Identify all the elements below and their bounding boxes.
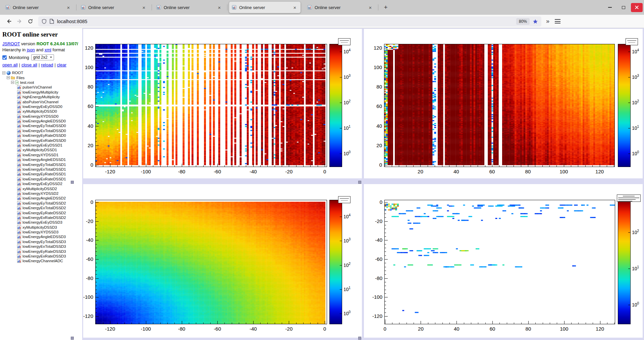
tree-item-lowEnergyExTotalDSSD2[interactable]: lowEnergyExTotalDSSD2 — [2, 206, 81, 210]
tree-item-lowEnergyAngleEDSSD2[interactable]: lowEnergyAngleEDSSD2 — [2, 196, 81, 201]
tree-item-lowEnergyExEyDSSD0[interactable]: lowEnergyExEyDSSD0 — [2, 104, 81, 109]
grid-separator-handle[interactable] — [71, 337, 74, 340]
colorbar-bottom-left[interactable] — [329, 200, 342, 324]
grid-layout-select[interactable]: grid 2x2 — [31, 54, 54, 60]
tree-item-lowEnergyMultiplicity[interactable]: lowEnergyMultiplicity — [2, 90, 81, 95]
tree-item-lowEnergyXYDSSD3[interactable]: lowEnergyXYDSSD3 — [2, 230, 81, 234]
plot-panel-bottom-left[interactable]: -120-100-80-60-40-2000-20-40-60-80-100-1… — [83, 184, 362, 338]
close-all-link[interactable]: close all — [21, 62, 37, 67]
tree-item-lowEnergyXYDSSD0[interactable]: lowEnergyXYDSSD0 — [2, 114, 81, 119]
tree-item-lowEnergyExEyDSSD1[interactable]: lowEnergyExEyDSSD1 — [2, 143, 81, 148]
url-bar[interactable]: localhost:8085 80% — [38, 16, 541, 26]
tree-item-lowEnergyEyTotalDSSD3[interactable]: lowEnergyEyTotalDSSD3 — [2, 239, 81, 244]
tree-root[interactable]: ROOT — [2, 70, 81, 75]
jsroot-link[interactable]: JSROOT — [2, 41, 20, 46]
tab-close-icon[interactable]: × — [292, 5, 298, 10]
tabs-container: Online server×Online server×Online serve… — [0, 0, 380, 15]
tree-item-lowEnergyExTotalDSSD3[interactable]: lowEnergyExTotalDSSD3 — [2, 244, 81, 249]
grid-separator-handle[interactable] — [358, 181, 361, 184]
tree-item-lowEnergyEyTotalDSSD0[interactable]: lowEnergyEyTotalDSSD0 — [2, 123, 81, 128]
tree-item-lowEnergyExRateDSSD3[interactable]: lowEnergyExRateDSSD3 — [2, 254, 81, 259]
url-text[interactable]: localhost:8085 — [57, 19, 513, 24]
minimize-button[interactable] — [604, 3, 616, 12]
tree-item-lowEnergyEyRateDSSD0[interactable]: lowEnergyEyRateDSSD0 — [2, 133, 81, 138]
plot-panel-top-right[interactable]: 2040608010012002040608010012010410310210… — [364, 29, 643, 178]
tree-item-xyMultiplicityDSSD2[interactable]: xyMultiplicityDSSD2 — [2, 186, 81, 191]
collapse-expander-icon[interactable] — [7, 76, 10, 79]
colorbar-top-right[interactable] — [618, 44, 631, 167]
grid-separator-handle[interactable] — [358, 337, 361, 340]
tree-file-testroot[interactable]: test.root — [2, 80, 81, 85]
tree-item-absPulserVsChannel[interactable]: absPulserVsChannel — [2, 99, 81, 104]
json-link[interactable]: json — [27, 47, 35, 52]
tree-item-lowEnergyAngleEDSSD0[interactable]: lowEnergyAngleEDSSD0 — [2, 119, 81, 123]
tree-item-highEnergyMultiplicity[interactable]: highEnergyMultiplicity — [2, 95, 81, 99]
collapse-expander-icon[interactable] — [11, 81, 14, 84]
tree-item-lowEnergyXYDSSD1[interactable]: lowEnergyXYDSSD1 — [2, 153, 81, 157]
open-all-link[interactable]: open all — [2, 62, 18, 67]
tab-close-icon[interactable]: × — [367, 5, 373, 10]
tab-1[interactable]: Online server× — [3, 2, 74, 13]
tree-item-pulserVsChannel[interactable]: pulserVsChannel — [2, 85, 81, 90]
plot-panel-bottom-right[interactable]: 0204060801001200-20-40-60-80-100-1201021… — [364, 184, 643, 338]
tree-item-lowEnergyEyRateDSSD3[interactable]: lowEnergyEyRateDSSD3 — [2, 249, 81, 253]
plot-panel-top-left[interactable]: -120-100-80-60-40-2000204060801001201041… — [83, 29, 362, 178]
tree-item-lowEnergyExRateDSSD0[interactable]: lowEnergyExRateDSSD0 — [2, 138, 81, 143]
toolbar-overflow-button[interactable]: » — [546, 18, 549, 25]
collapse-expander-icon[interactable] — [2, 71, 5, 74]
monitoring-checkbox[interactable] — [2, 55, 7, 60]
mini-stats-box[interactable] — [626, 38, 638, 45]
tree-item-lowEnergyExRateDSSD1[interactable]: lowEnergyExRateDSSD1 — [2, 177, 81, 181]
maximize-button[interactable] — [618, 3, 629, 12]
tab-2[interactable]: Online server× — [78, 2, 150, 13]
tree-item-lowEnergyEyRateDSSD2[interactable]: lowEnergyEyRateDSSD2 — [2, 210, 81, 215]
back-button[interactable] — [3, 16, 14, 26]
colorbar-bottom-right[interactable] — [618, 200, 631, 324]
tree-item-lowEnergyEyTotalDSSD2[interactable]: lowEnergyEyTotalDSSD2 — [2, 201, 81, 206]
tree-item-lowEnergyAngleEDSSD1[interactable]: lowEnergyAngleEDSSD1 — [2, 157, 81, 162]
reload-link[interactable]: reload — [41, 62, 53, 67]
tab-3[interactable]: Online server× — [154, 2, 225, 13]
clear-link[interactable]: clear — [57, 62, 66, 67]
forward-button[interactable] — [14, 16, 25, 26]
tree-item-xyMultiplicityDSSD3[interactable]: xyMultiplicityDSSD3 — [2, 225, 81, 230]
hist2d-bottom-left-canvas[interactable] — [95, 200, 327, 324]
tree-item-lowEnergyEyTotalDSSD1[interactable]: lowEnergyEyTotalDSSD1 — [2, 162, 81, 167]
tab-close-icon[interactable]: × — [141, 5, 147, 10]
grid-separator-handle[interactable] — [71, 181, 74, 184]
stats-box[interactable] — [617, 194, 641, 202]
tree-item-xyMultiplicityDSSD0[interactable]: xyMultiplicityDSSD0 — [2, 109, 81, 114]
tree-item-lowEnergyExEyDSSD2[interactable]: lowEnergyExEyDSSD2 — [2, 181, 81, 186]
tree-item-lowEnergyExTotalDSSD0[interactable]: lowEnergyExTotalDSSD0 — [2, 128, 81, 133]
hist2d-top-right-canvas[interactable] — [384, 44, 615, 167]
zoom-indicator[interactable]: 80% — [516, 18, 530, 25]
tab-4-active[interactable]: Online server× — [229, 2, 301, 13]
colorbar-top-left[interactable] — [329, 44, 342, 167]
tree-item-xyMultiplicityDSSD1[interactable]: xyMultiplicityDSSD1 — [2, 148, 81, 152]
tree-item-lowEnergyEyRateDSSD1[interactable]: lowEnergyEyRateDSSD1 — [2, 172, 81, 176]
page-info-icon[interactable] — [50, 19, 54, 24]
mini-stats-box[interactable] — [338, 38, 351, 45]
hist2d-bottom-right-canvas[interactable] — [384, 200, 615, 324]
hist2d-top-left-canvas[interactable] — [95, 44, 327, 167]
tab-close-icon[interactable]: × — [65, 5, 71, 10]
tab-5[interactable]: Online server× — [305, 2, 376, 13]
tree-item-lowEnergyChannelADC[interactable]: lowEnergyChannelADC — [2, 259, 81, 263]
xml-link[interactable]: xml — [45, 47, 51, 52]
tab-close-icon[interactable]: × — [216, 5, 222, 10]
mini-stats-box[interactable] — [338, 196, 351, 203]
close-button[interactable] — [631, 3, 643, 12]
menu-button[interactable] — [555, 19, 560, 23]
bookmark-star-icon[interactable] — [533, 19, 538, 24]
tree-item-lowEnergyExRateDSSD2[interactable]: lowEnergyExRateDSSD2 — [2, 215, 81, 220]
reload-button[interactable] — [25, 16, 36, 26]
tree-item-lowEnergyExEyDSSD3[interactable]: lowEnergyExEyDSSD3 — [2, 220, 81, 225]
tree-item-lowEnergyAngleEDSSD3[interactable]: lowEnergyAngleEDSSD3 — [2, 234, 81, 239]
x-tick-label: 20 — [410, 169, 430, 175]
shield-icon[interactable] — [42, 19, 47, 24]
tree-folder-files[interactable]: Files — [2, 75, 81, 80]
hist-icon — [17, 129, 21, 133]
tree-item-lowEnergyXYDSSD2[interactable]: lowEnergyXYDSSD2 — [2, 191, 81, 196]
new-tab-button[interactable]: + — [381, 2, 391, 12]
tree-item-lowEnergyExTotalDSSD1[interactable]: lowEnergyExTotalDSSD1 — [2, 167, 81, 172]
